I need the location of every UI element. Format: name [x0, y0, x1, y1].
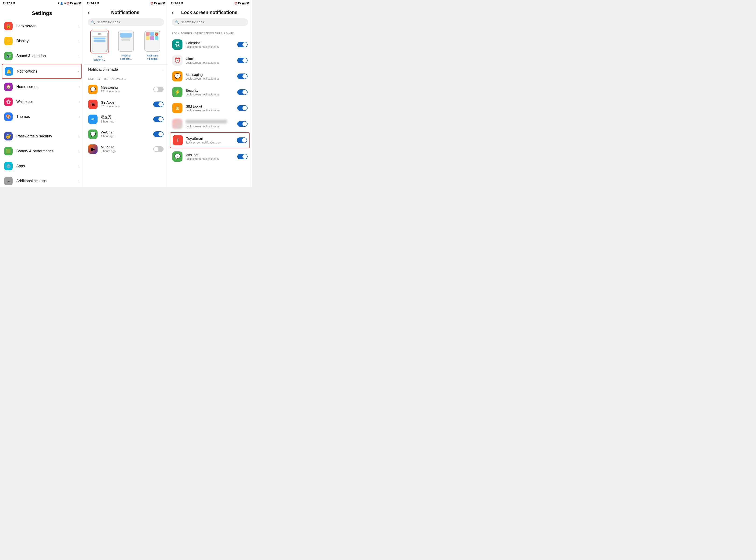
blurred-toggle[interactable] [237, 121, 247, 127]
sidebar-item-apps[interactable]: ⚙️ Apps › [0, 159, 84, 174]
security-name: Security [186, 88, 237, 93]
simtoolkit-sub: Lock screen notifications a·· [186, 109, 237, 112]
tuyasmart-name: TuyaSmart [186, 137, 237, 140]
tuyasmart-icon: T [173, 135, 183, 145]
app-notif-getapps[interactable]: 🛍 GetApps 57 minutes ago [84, 97, 168, 112]
search-input-3[interactable] [181, 20, 245, 24]
notification-shade-row[interactable]: Notification shade › [84, 64, 168, 75]
security-sub: Lock screen notifications a·· [186, 93, 237, 96]
home-icon: 🏠 [4, 83, 13, 91]
lock-notifications-title: Lock screen notifications [175, 10, 243, 15]
alarm-icon: ⏰ [150, 2, 153, 5]
lock-app-clock[interactable]: ⏰ Clock Lock screen notifications a·· [168, 53, 252, 68]
security-toggle[interactable] [237, 89, 247, 95]
user-icon: 👤 [60, 2, 63, 5]
sidebar-item-battery[interactable]: 🟩 Battery & performance › [0, 144, 84, 159]
app-notif-mivideo[interactable]: ▶ Mi Video 3 hours ago [84, 142, 168, 157]
notif-type-label-float: Floatingnotificati... [120, 54, 132, 61]
battery-level: 55 [246, 2, 249, 5]
search-bar-3[interactable]: 🔍 [172, 18, 248, 26]
sidebar-item-lock-screen[interactable]: 🔒 Lock screen › [0, 19, 84, 34]
lock-screen-icon: 🔒 [4, 22, 13, 30]
blurred-sub: Lock screen notifications a·· [186, 125, 237, 128]
sidebar-item-display[interactable]: ☀️ Display › [0, 34, 84, 48]
app-notif-wechat[interactable]: 💬 WeChat 1 hour ago [84, 127, 168, 142]
pm-grid [145, 31, 160, 41]
chevron-icon: › [78, 134, 80, 138]
themes-label: Themes [16, 115, 78, 119]
security-icon: ⚡ [172, 87, 182, 97]
sound-icon: 🔊 [4, 52, 13, 60]
getapps-time: 57 minutes ago [101, 105, 153, 108]
yiqixiu-toggle[interactable] [153, 116, 163, 122]
status-time-3: 11:16 AM [171, 2, 183, 5]
messaging-toggle[interactable] [153, 86, 163, 92]
mivideo-toggle[interactable] [153, 146, 163, 152]
sidebar-item-notifications[interactable]: 🔔 Notifications › [2, 64, 82, 79]
lock-section-header: LOCK SCREEN NOTIFICATIONS ARE ALLOWED [168, 29, 252, 37]
messaging-toggle-3[interactable] [237, 74, 247, 79]
sidebar-item-sound[interactable]: 🔊 Sound & vibration › [0, 48, 84, 63]
back-button-3[interactable]: ‹ [172, 10, 173, 15]
lock-screen-list: LOCK SCREEN NOTIFICATIONS ARE ALLOWED ▮▮… [168, 29, 252, 187]
phone-mockup-lock: 2:36 [92, 31, 107, 52]
getapps-toggle[interactable] [153, 101, 163, 107]
app-notif-yiqixiu[interactable]: ∞ 易企秀 1 hour ago [84, 112, 168, 127]
sort-header[interactable]: SORT BY TIME RECEIVED ⌄ [84, 75, 168, 82]
notif-type-lock-screen[interactable]: 2:36 Lockscreen n... [88, 29, 111, 62]
wechat-toggle[interactable] [153, 132, 163, 137]
sidebar-item-wallpaper[interactable]: 🌸 Wallpaper › [0, 94, 84, 109]
status-icons-1: ⬆ 👤 ✉ ⏰ 4G ▮▮▮ 55 [58, 2, 81, 5]
email-icon: ✉ [64, 2, 65, 5]
clock-toggle[interactable] [237, 58, 247, 63]
page-title-settings: Settings [0, 6, 84, 19]
sidebar-item-additional[interactable]: ··· Additional settings › [0, 174, 84, 187]
pm-bar2 [94, 40, 105, 42]
sidebar-item-themes[interactable]: 🎨 Themes › [0, 109, 84, 124]
lock-app-tuyasmart[interactable]: T TuyaSmart Lock screen notifications a·… [170, 132, 250, 148]
mivideo-icon: ▶ [88, 144, 98, 154]
status-bar-2: 11:14 AM ⏰ 4G ▮▮▮ 55 [84, 0, 168, 6]
lock-app-security[interactable]: ⚡ Security Lock screen notifications a·· [168, 84, 252, 100]
pm-time: 2:36 [92, 32, 107, 37]
tuyasmart-toggle[interactable] [237, 137, 247, 143]
notifications-label: Notifications [17, 69, 78, 74]
sound-label: Sound & vibration [16, 54, 78, 58]
lock-app-calendar[interactable]: ▮▮▮ 16 Calendar Lock screen notification… [168, 37, 252, 53]
clock-name: Clock [186, 57, 237, 61]
chevron-icon: › [78, 149, 80, 153]
sidebar-item-passwords[interactable]: 🔐 Passwords & security › [0, 129, 84, 144]
messaging-time: 25 minutes ago [101, 90, 153, 93]
lock-app-blurred[interactable]: Lock screen notifications a·· [168, 116, 252, 132]
calendar-toggle[interactable] [237, 42, 247, 47]
wechat-sub-3: Lock screen notifications a·· [186, 157, 237, 161]
getapps-icon: 🛍 [88, 100, 98, 109]
shade-label: Notification shade [88, 67, 162, 72]
notif-type-badges[interactable]: • Notification badges [141, 29, 164, 62]
status-icons-3: ⏰ 4G ▮▮▮ 55 [234, 2, 249, 5]
lock-app-simtoolkit[interactable]: ⊞ SIM toolkit Lock screen notifications … [168, 100, 252, 116]
calendar-name: Calendar [186, 41, 237, 45]
additional-label: Additional settings [16, 179, 78, 183]
blurred-name [186, 120, 227, 123]
app-notif-messaging[interactable]: 💬 Messaging 25 minutes ago [84, 82, 168, 97]
pm-badge: • [155, 33, 158, 36]
back-button[interactable]: ‹ [88, 10, 89, 15]
lock-app-wechat[interactable]: 💬 WeChat Lock screen notifications a·· [168, 148, 252, 164]
chevron-icon: › [78, 69, 79, 73]
yiqixiu-name: 易企秀 [101, 115, 153, 119]
blurred-icon [172, 119, 182, 129]
wechat-info-3: WeChat Lock screen notifications a·· [186, 153, 237, 161]
wallpaper-icon: 🌸 [4, 98, 13, 106]
sidebar-item-home-screen[interactable]: 🏠 Home screen › [0, 79, 84, 94]
notif-type-floating[interactable]: Floatingnotificati... [114, 29, 138, 62]
wechat-toggle-3[interactable] [237, 154, 247, 159]
mivideo-name: Mi Video [101, 145, 153, 149]
chevron-icon: › [78, 100, 80, 104]
simtoolkit-toggle[interactable] [237, 105, 247, 111]
messaging-name: Messaging [101, 85, 153, 89]
notif-type-label-lock: Lockscreen n... [94, 55, 105, 62]
lock-app-messaging[interactable]: 💬 Messaging Lock screen notifications a·… [168, 68, 252, 84]
search-input-2[interactable] [97, 20, 161, 24]
search-bar-2[interactable]: 🔍 [88, 18, 164, 26]
